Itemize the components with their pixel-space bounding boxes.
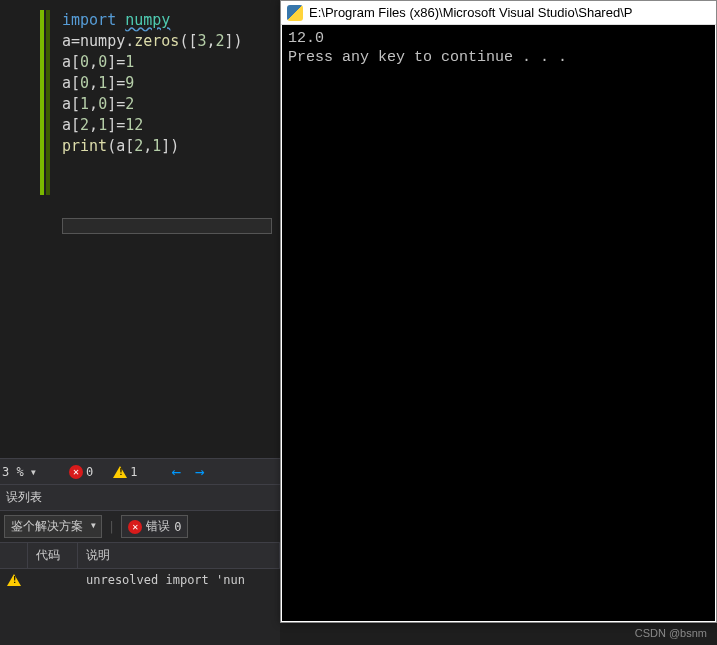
col-description[interactable]: 说明 <box>78 543 280 568</box>
error-icon: ✕ <box>128 520 142 534</box>
scope-dropdown[interactable]: 鉴个解决方案 <box>4 515 102 538</box>
change-gutter-inner <box>46 10 50 195</box>
code-line[interactable]: import numpy <box>62 10 243 31</box>
horizontal-scrollbar[interactable] <box>62 218 272 234</box>
zoom-dropdown-icon[interactable]: ▾ <box>30 465 37 479</box>
error-icon: ✕ <box>69 465 83 479</box>
console-window: E:\Program Files (x86)\Microsoft Visual … <box>280 0 717 623</box>
change-gutter <box>40 10 44 195</box>
warning-count[interactable]: 1 <box>113 465 137 479</box>
error-list-title: 误列表 <box>0 485 280 511</box>
code-editor[interactable]: import numpya=numpy.zeros([3,2])a[0,0]=1… <box>0 0 280 460</box>
error-list-toolbar: 鉴个解决方案 | ✕ 错误 0 <box>0 511 280 543</box>
zoom-level[interactable]: 3 % <box>2 465 24 479</box>
nav-back-icon[interactable]: ← <box>167 462 185 481</box>
code-line[interactable]: print(a[2,1]) <box>62 136 243 157</box>
console-output[interactable]: 12.0 Press any key to continue . . . <box>282 25 715 621</box>
python-icon <box>287 5 303 21</box>
warning-icon <box>7 574 21 586</box>
editor-status-bar: 3 % ▾ ✕ 0 1 ← → <box>0 458 280 484</box>
code-line[interactable]: a[2,1]=12 <box>62 115 243 136</box>
toolbar-divider: | <box>108 520 115 534</box>
row-description: unresolved import 'nun <box>78 573 280 587</box>
editor-pane: import numpya=numpy.zeros([3,2])a[0,0]=1… <box>0 0 280 645</box>
code-line[interactable]: a[0,0]=1 <box>62 52 243 73</box>
error-count-value: 0 <box>86 465 93 479</box>
console-titlebar[interactable]: E:\Program Files (x86)\Microsoft Visual … <box>281 1 716 25</box>
table-row[interactable]: unresolved import 'nun <box>0 569 280 591</box>
code-line[interactable]: a=numpy.zeros([3,2]) <box>62 31 243 52</box>
code-line[interactable]: a[0,1]=9 <box>62 73 243 94</box>
nav-forward-icon[interactable]: → <box>191 462 209 481</box>
col-severity[interactable] <box>0 543 28 568</box>
code-lines[interactable]: import numpya=numpy.zeros([3,2])a[0,0]=1… <box>62 10 243 157</box>
code-line[interactable]: a[1,0]=2 <box>62 94 243 115</box>
scope-dropdown-label: 鉴个解决方案 <box>11 519 83 533</box>
watermark: CSDN @bsnm <box>635 627 707 639</box>
error-table-header: 代码 说明 <box>0 543 280 569</box>
error-table-body: unresolved import 'nun <box>0 569 280 591</box>
warning-icon <box>113 466 127 478</box>
error-count[interactable]: ✕ 0 <box>69 465 93 479</box>
console-title: E:\Program Files (x86)\Microsoft Visual … <box>309 5 632 20</box>
errors-filter-count: 0 <box>174 520 181 534</box>
errors-filter-label: 错误 <box>146 518 170 535</box>
warning-count-value: 1 <box>130 465 137 479</box>
error-list-panel: 误列表 鉴个解决方案 | ✕ 错误 0 代码 说明 unresolved imp… <box>0 484 280 645</box>
errors-filter-button[interactable]: ✕ 错误 0 <box>121 515 188 538</box>
col-code[interactable]: 代码 <box>28 543 78 568</box>
